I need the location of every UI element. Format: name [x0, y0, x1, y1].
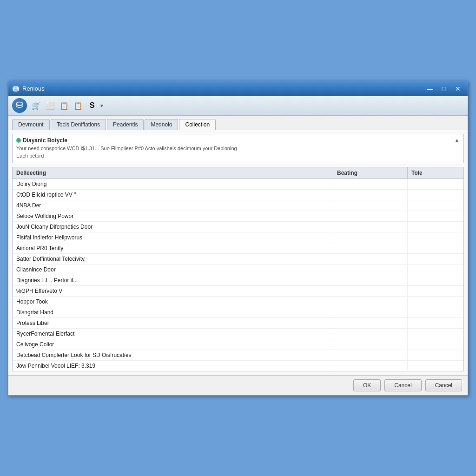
table-row[interactable]: %GPH Efferveto V	[13, 286, 463, 297]
table-row[interactable]: Battor Doffintional Telecivity,	[13, 254, 463, 264]
list-cell: Protess Liber	[13, 318, 333, 328]
info-panel: Diayanic Botycle Your need consporice WC…	[12, 134, 464, 163]
window-title: Renious	[22, 85, 45, 92]
list-cell	[408, 286, 463, 296]
table-row[interactable]: Cliasnince Door	[13, 264, 463, 275]
tab-tocls[interactable]: Tocls Denifiations	[51, 119, 106, 130]
main-window: Renious — □ ✕ 🛒 ⬜ 📋 📋 S ▾ Devmount Tocls…	[8, 81, 468, 396]
list-cell	[408, 275, 463, 285]
list-cell: Seloce Wollding Powor	[13, 211, 333, 221]
table-row[interactable]: Doliry Diong	[13, 179, 463, 190]
list-cell	[408, 339, 463, 350]
list-cell: 4NBA Der	[13, 200, 333, 211]
list-cell	[333, 329, 408, 339]
table-row[interactable]: 4NBA Der	[13, 200, 463, 211]
list-cell	[333, 307, 408, 317]
list-cell	[333, 264, 408, 275]
collapse-arrow[interactable]: ▲	[454, 137, 460, 144]
list-cell	[408, 243, 463, 253]
table-row[interactable]: Detcbead Complerter Look for SD Oisfruca…	[13, 350, 463, 361]
list-cell: Hoppor Took	[13, 297, 333, 307]
list-cell	[333, 211, 408, 221]
tab-collection[interactable]: Collection	[179, 119, 216, 130]
list-cell	[408, 200, 463, 211]
list-cell: Detcbead Complerter Look for SD Oisfruca…	[13, 350, 333, 360]
list-cell: Battor Doffintional Telecivity,	[13, 254, 333, 264]
toolbar: 🛒 ⬜ 📋 📋 S ▾	[8, 96, 468, 116]
list-cell	[408, 307, 463, 317]
list-cell	[333, 200, 408, 211]
table-row[interactable]: Celivoge Colior	[13, 339, 463, 350]
list-cell	[333, 222, 408, 232]
list-cell	[333, 297, 408, 307]
table-row[interactable]: Ainloral PR0 Tently	[13, 243, 463, 254]
header-tole: Tole	[408, 167, 463, 178]
list-cell	[408, 190, 463, 200]
ok-button[interactable]: OK	[353, 379, 381, 391]
table-row[interactable]: Diagnries L.L.. Pertor il...	[13, 275, 463, 286]
cart-icon[interactable]: 🛒	[30, 99, 43, 112]
list-cell	[408, 361, 463, 371]
table-row[interactable]: Protess Liber	[13, 318, 463, 329]
dollar-icon[interactable]: S	[86, 99, 99, 112]
list-cell	[333, 190, 408, 200]
list-cell: %GPH Efferveto V	[13, 286, 333, 296]
list-cell: Fistfal Indierfor Helipworus	[13, 232, 333, 243]
list-cell	[408, 329, 463, 339]
title-controls: — □ ✕	[424, 84, 464, 93]
list-cell	[408, 297, 463, 307]
cancel1-button[interactable]: Cancel	[384, 379, 421, 391]
list-cell	[333, 254, 408, 264]
tab-peadentis[interactable]: Peadentis	[107, 119, 144, 130]
title-bar-left: Renious	[12, 85, 45, 93]
list-cell	[408, 232, 463, 243]
list-cell: Disngrtat Hand	[13, 307, 333, 317]
table-row[interactable]: JouN Cleany Difcrpnetics Door	[13, 222, 463, 232]
table-row[interactable]: Disngrtat Hand	[13, 307, 463, 318]
list-cell	[408, 350, 463, 360]
list-cell: Diagnries L.L.. Pertor il...	[13, 275, 333, 285]
bottom-bar: OK Cancel Cancel	[8, 375, 468, 395]
list-cell	[333, 350, 408, 360]
database-icon	[12, 98, 27, 113]
maximize-button[interactable]: □	[438, 84, 450, 93]
list-container: Delleecting Beating Tole Doliry DiongCtO…	[12, 167, 464, 371]
clipboard-icon[interactable]: 📋	[58, 99, 71, 112]
clipboard2-icon[interactable]: 📋	[72, 99, 85, 112]
cancel2-button[interactable]: Cancel	[425, 379, 462, 391]
window-icon[interactable]: ⬜	[44, 99, 57, 112]
close-button[interactable]: ✕	[452, 84, 464, 93]
tab-bar: Devmount Tocls Denifiations Peadentis Me…	[8, 116, 468, 130]
table-row[interactable]: Seloce Wollding Powor	[13, 211, 463, 222]
list-body: Doliry DiongCtOD Elicid roptice VV "4NBA…	[13, 179, 463, 371]
list-cell	[408, 179, 463, 189]
list-cell: RycerFomental Elerfact	[13, 329, 333, 339]
table-row[interactable]: RycerFomental Elerfact	[13, 329, 463, 339]
tab-mednolo[interactable]: Mednolo	[145, 119, 178, 130]
table-row[interactable]: CtOD Elicid roptice VV "	[13, 190, 463, 200]
table-row[interactable]: Jow Pennibel Voool LIEF: 3.319	[13, 361, 463, 371]
title-bar: Renious — □ ✕	[8, 81, 468, 96]
minimize-button[interactable]: —	[424, 84, 436, 93]
list-cell	[333, 179, 408, 189]
list-cell	[333, 339, 408, 350]
table-row[interactable]: Fistfal Indierfor Helipworus	[13, 232, 463, 243]
table-row[interactable]: Hoppor Took	[13, 297, 463, 307]
list-cell: Ainloral PR0 Tently	[13, 243, 333, 253]
tab-devmount[interactable]: Devmount	[12, 119, 50, 130]
list-cell	[408, 211, 463, 221]
info-text-line1: Your need consporice WCD I$1.31... Suo F…	[16, 145, 454, 152]
toolbar-dropdown[interactable]: ▾	[99, 103, 104, 109]
list-cell: Doliry Diong	[13, 179, 333, 189]
list-cell	[333, 232, 408, 243]
list-cell	[333, 318, 408, 328]
list-cell	[333, 275, 408, 285]
info-text-line2: Each betord	[16, 152, 454, 160]
list-cell	[333, 361, 408, 371]
list-cell: Celivoge Colior	[13, 339, 333, 350]
list-cell	[333, 286, 408, 296]
list-header: Delleecting Beating Tole	[13, 167, 463, 179]
info-title: Diayanic Botycle	[16, 137, 454, 144]
status-dot	[16, 138, 21, 143]
list-cell	[408, 222, 463, 232]
